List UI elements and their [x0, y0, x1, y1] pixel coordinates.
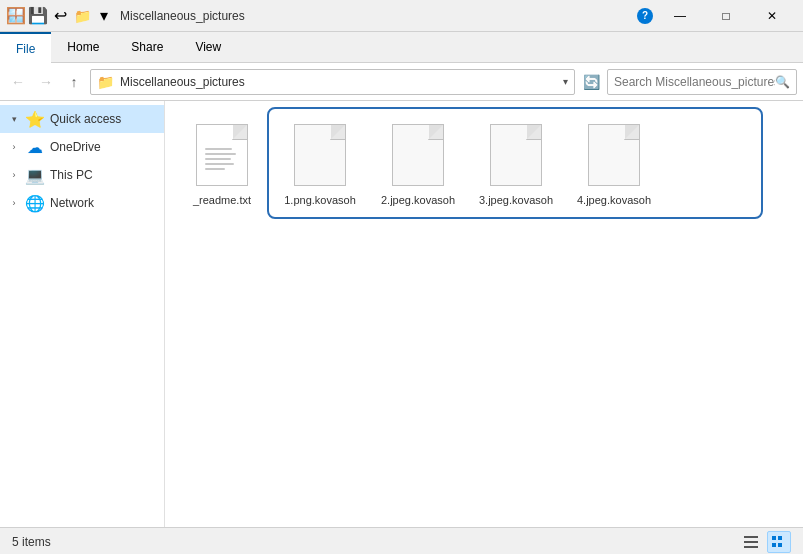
pc-icon: 💻 — [26, 166, 44, 184]
content-area: _readme.txt 1.png.kovasoh 2.jpeg.kovasoh — [165, 101, 803, 527]
svg-rect-0 — [744, 536, 758, 538]
file-item-2[interactable]: 2.jpeg.kovasoh — [373, 113, 463, 213]
file-item-4[interactable]: 4.jpeg.kovasoh — [569, 113, 659, 213]
file-icon-readme — [192, 121, 252, 189]
up-button[interactable]: ↑ — [62, 70, 86, 94]
svg-rect-1 — [744, 541, 758, 543]
minimize-button[interactable]: — — [657, 0, 703, 32]
file-name-3: 3.jpeg.kovasoh — [479, 193, 553, 207]
back-button[interactable]: ← — [6, 70, 30, 94]
tab-view[interactable]: View — [179, 32, 237, 62]
tab-file[interactable]: File — [0, 32, 51, 63]
sidebar-label-network: Network — [50, 196, 94, 210]
file-icon-1 — [290, 121, 350, 189]
address-path[interactable]: 📁 Miscellaneous_pictures ▾ — [90, 69, 575, 95]
ribbon-tabs: File Home Share View — [0, 32, 803, 62]
undo-icon: ↩ — [52, 8, 68, 24]
close-button[interactable]: ✕ — [749, 0, 795, 32]
help-icon[interactable]: ? — [637, 8, 653, 24]
file-icon-3 — [486, 121, 546, 189]
item-count: 5 items — [12, 535, 51, 549]
path-folder-icon: 📁 — [97, 74, 114, 90]
file-page-2 — [392, 124, 444, 186]
file-grid: _readme.txt 1.png.kovasoh 2.jpeg.kovasoh — [177, 113, 791, 213]
file-line — [205, 158, 231, 160]
file-page-readme — [196, 124, 248, 186]
chevron-this-pc: › — [8, 170, 20, 180]
view-controls — [739, 531, 791, 553]
star-icon: ⭐ — [26, 110, 44, 128]
file-name-2: 2.jpeg.kovasoh — [381, 193, 455, 207]
chevron-onedrive: › — [8, 142, 20, 152]
svg-rect-5 — [772, 543, 776, 547]
sidebar: ▾ ⭐ Quick access › ☁ OneDrive › 💻 This P… — [0, 101, 165, 527]
list-view-icon — [743, 534, 759, 550]
sidebar-label-onedrive: OneDrive — [50, 140, 101, 154]
details-view-icon — [771, 534, 787, 550]
sidebar-item-this-pc[interactable]: › 💻 This PC — [0, 161, 164, 189]
tab-home[interactable]: Home — [51, 32, 115, 62]
chevron-quick-access: ▾ — [8, 114, 20, 124]
dropdown-icon[interactable]: ▾ — [96, 8, 112, 24]
network-icon: 🌐 — [26, 194, 44, 212]
cloud-icon: ☁ — [26, 138, 44, 156]
details-view-button[interactable] — [767, 531, 791, 553]
file-line — [205, 168, 225, 170]
svg-rect-2 — [744, 546, 758, 548]
tab-share[interactable]: Share — [115, 32, 179, 62]
file-name-1: 1.png.kovasoh — [284, 193, 356, 207]
main-area: ▾ ⭐ Quick access › ☁ OneDrive › 💻 This P… — [0, 101, 803, 527]
file-line — [205, 153, 236, 155]
folder-icon: 📁 — [74, 8, 90, 24]
sidebar-item-network[interactable]: › 🌐 Network — [0, 189, 164, 217]
address-bar: ← → ↑ 📁 Miscellaneous_pictures ▾ 🔄 🔍 — [0, 63, 803, 101]
window-controls: — □ ✕ — [657, 0, 795, 32]
path-text: Miscellaneous_pictures — [120, 75, 245, 89]
svg-rect-3 — [772, 536, 776, 540]
list-view-button[interactable] — [739, 531, 763, 553]
file-item-1[interactable]: 1.png.kovasoh — [275, 113, 365, 213]
sidebar-label-quick-access: Quick access — [50, 112, 121, 126]
title-bar: 🪟 💾 ↩ 📁 ▾ Miscellaneous_pictures ? — □ ✕ — [0, 0, 803, 32]
file-name-readme: _readme.txt — [193, 193, 251, 207]
sidebar-item-quick-access[interactable]: ▾ ⭐ Quick access — [0, 105, 164, 133]
file-page-1 — [294, 124, 346, 186]
file-page-4 — [588, 124, 640, 186]
file-line — [205, 148, 232, 150]
file-line — [205, 163, 234, 165]
file-name-4: 4.jpeg.kovasoh — [577, 193, 651, 207]
file-item-3[interactable]: 3.jpeg.kovasoh — [471, 113, 561, 213]
svg-rect-4 — [778, 536, 782, 540]
file-page-3 — [490, 124, 542, 186]
path-chevron: ▾ — [563, 76, 568, 87]
file-item-readme[interactable]: _readme.txt — [177, 113, 267, 213]
status-bar: 5 items — [0, 527, 803, 554]
save-icon: 💾 — [30, 8, 46, 24]
svg-rect-6 — [778, 543, 782, 547]
search-box[interactable]: 🔍 — [607, 69, 797, 95]
refresh-button[interactable]: 🔄 — [579, 70, 603, 94]
ribbon: File Home Share View — [0, 32, 803, 63]
maximize-button[interactable]: □ — [703, 0, 749, 32]
file-icon-4 — [584, 121, 644, 189]
window-title: Miscellaneous_pictures — [120, 9, 637, 23]
file-lines-readme — [197, 132, 247, 178]
system-icon: 🪟 — [8, 8, 24, 24]
title-bar-icons: 🪟 💾 ↩ 📁 ▾ — [8, 8, 112, 24]
search-icon: 🔍 — [775, 75, 790, 89]
sidebar-item-onedrive[interactable]: › ☁ OneDrive — [0, 133, 164, 161]
file-icon-2 — [388, 121, 448, 189]
sidebar-label-this-pc: This PC — [50, 168, 93, 182]
search-input[interactable] — [614, 75, 775, 89]
chevron-network: › — [8, 198, 20, 208]
forward-button[interactable]: → — [34, 70, 58, 94]
